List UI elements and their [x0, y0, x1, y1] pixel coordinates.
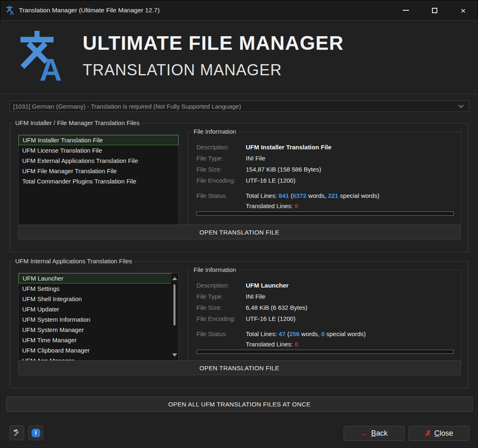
- tools-icon: [12, 428, 21, 437]
- back-button-label: Back: [371, 429, 388, 438]
- file-type-label: File Type:: [196, 293, 223, 300]
- description-label: Description:: [196, 282, 229, 289]
- translated-lines: Translated Lines: 0: [246, 341, 298, 348]
- back-button[interactable]: ← Back: [344, 426, 404, 441]
- internal-file-info: File Information Description: UFM Launch…: [188, 270, 462, 365]
- svg-text:A: A: [39, 53, 62, 81]
- close-button-label: Close: [434, 429, 453, 438]
- file-type-value: INI File: [246, 293, 266, 300]
- list-item[interactable]: UFM External Applications Translation Fi…: [18, 156, 178, 166]
- file-encoding-label: File Encoding:: [196, 177, 236, 184]
- open-all-translation-files-button[interactable]: OPEN ALL UFM TRANSLATION FILES AT ONCE: [6, 397, 473, 412]
- app-window: A Translation Manager (Ultimate File Man…: [0, 0, 478, 448]
- total-lines-value: 47: [279, 330, 286, 337]
- translation-progress-bar: [196, 211, 454, 216]
- scroll-down-icon[interactable]: [172, 353, 177, 357]
- installer-file-info: File Information Description: UFM Instal…: [188, 132, 462, 227]
- maximize-button[interactable]: [420, 0, 449, 20]
- list-item[interactable]: UFM Settings: [18, 283, 178, 294]
- special-words-value: 0: [321, 330, 324, 337]
- file-info-title: File Information: [192, 128, 238, 135]
- close-x-icon: ✗: [425, 429, 432, 438]
- words-value: 6372: [293, 192, 306, 199]
- description-value: UFM Installer Translation File: [246, 144, 331, 151]
- list-item[interactable]: UFM System Manager: [18, 325, 178, 335]
- description-label: Description:: [196, 144, 229, 151]
- chevron-down-icon: [459, 103, 464, 108]
- internal-file-list: UFM Launcher UFM Settings UFM Shell Inte…: [18, 273, 179, 361]
- app-title: ULTIMATE FILE MANAGER: [83, 32, 344, 54]
- svg-text:A: A: [10, 10, 14, 15]
- total-lines-value: 841: [279, 192, 289, 199]
- file-size-value: 154,87 KiB (158 586 Bytes): [246, 166, 321, 173]
- open-translation-file-button[interactable]: OPEN TRANSLATION FILE: [18, 225, 461, 239]
- translate-logo-icon: A: [14, 31, 69, 81]
- minimize-button[interactable]: [391, 0, 420, 20]
- list-item[interactable]: UFM Launcher: [18, 273, 172, 283]
- file-status-label: File Status:: [196, 192, 227, 199]
- tools-button[interactable]: [9, 425, 24, 440]
- file-size-label: File Size:: [196, 166, 222, 173]
- list-item[interactable]: UFM Installer Translation File: [18, 135, 178, 145]
- installer-group: UFM Installer / File Manager Translation…: [9, 123, 469, 252]
- scrollbar-thumb[interactable]: [173, 284, 175, 325]
- scroll-up-icon[interactable]: [172, 277, 177, 280]
- list-item[interactable]: UFM Updater: [18, 304, 178, 314]
- list-item[interactable]: Total Commander Plugins Translation File: [18, 176, 178, 186]
- internal-group: UFM Internal Applications Translation Fi…: [9, 261, 469, 388]
- words-value: 256: [289, 330, 300, 337]
- list-item[interactable]: UFM File Manager Translation File: [18, 166, 178, 176]
- installer-group-title: UFM Installer / File Manager Translation…: [13, 119, 142, 126]
- translation-progress-bar: [196, 350, 454, 354]
- translated-lines: Translated Lines: 0: [246, 202, 298, 209]
- info-button[interactable]: i: [28, 425, 43, 440]
- file-status-total-lines: Total Lines: 47 (256 words, 0 special wo…: [246, 330, 366, 337]
- title-bar: A Translation Manager (Ultimate File Man…: [0, 0, 478, 20]
- window-title: Translation Manager (Ultimate File Manag…: [19, 7, 159, 14]
- list-item[interactable]: UFM Time Manager: [18, 335, 178, 345]
- list-item[interactable]: UFM System Information: [18, 314, 178, 325]
- file-encoding-value: UTF-16 LE (1200): [246, 315, 296, 322]
- back-arrow-icon: ←: [360, 429, 368, 438]
- open-translation-file-button[interactable]: OPEN TRANSLATION FILE: [18, 360, 461, 375]
- file-status-label: File Status:: [196, 330, 227, 337]
- file-info-title: File Information: [192, 266, 238, 273]
- close-button[interactable]: ✗ Close: [409, 426, 469, 441]
- language-selector-value: [1031] German (Germany) - Translation is…: [13, 103, 241, 110]
- close-icon: ×: [461, 6, 466, 15]
- file-encoding-label: File Encoding:: [196, 315, 236, 322]
- translated-lines-value: 0: [295, 202, 298, 209]
- translate-app-icon: A: [6, 6, 15, 15]
- close-window-button[interactable]: ×: [449, 0, 478, 20]
- translated-lines-value: 0: [295, 341, 298, 348]
- language-selector[interactable]: [1031] German (Germany) - Translation is…: [9, 100, 469, 112]
- maximize-icon: [432, 8, 437, 13]
- list-item[interactable]: UFM Clipboard Manager: [18, 345, 178, 355]
- list-item[interactable]: UFM Shell Integration: [18, 294, 178, 304]
- internal-group-title: UFM Internal Applications Translation Fi…: [13, 258, 134, 265]
- info-icon: i: [32, 429, 40, 437]
- list-scrollbar[interactable]: [171, 274, 178, 360]
- file-size-label: File Size:: [196, 304, 222, 311]
- minimize-icon: [403, 10, 409, 11]
- list-item[interactable]: UFM License Translation File: [18, 145, 178, 156]
- header-divider: [1, 94, 477, 94]
- file-status-total-lines: Total Lines: 841 (6372 words, 221 specia…: [246, 192, 379, 199]
- file-size-value: 6,48 KiB (6 632 Bytes): [246, 304, 307, 311]
- description-value: UFM Launcher: [246, 282, 289, 289]
- app-subtitle: TRANSLATION MANAGER: [83, 61, 282, 79]
- special-words-value: 221: [328, 192, 338, 199]
- file-type-label: File Type:: [196, 155, 223, 162]
- file-encoding-value: UTF-16 LE (1200): [246, 177, 296, 184]
- file-type-value: INI File: [246, 155, 266, 162]
- installer-file-list: UFM Installer Translation File UFM Licen…: [18, 135, 179, 227]
